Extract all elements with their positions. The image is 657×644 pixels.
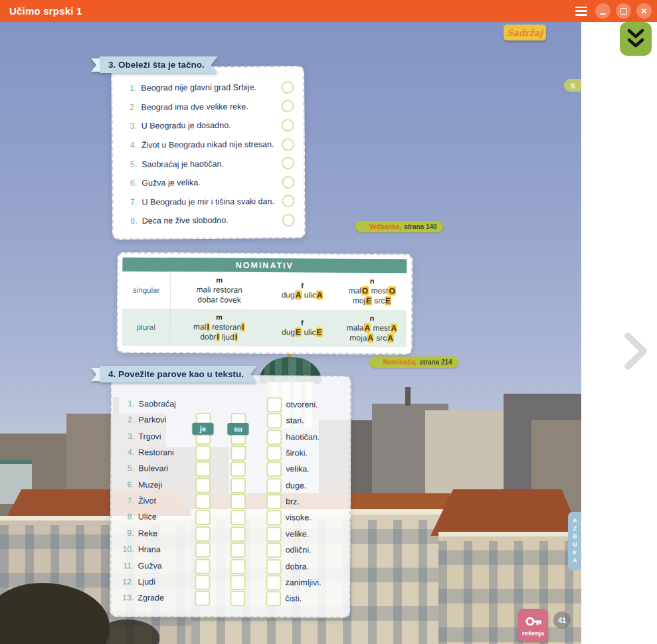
highlighted-ending: E [365, 296, 372, 305]
table-cell-text: mojaA srcA [349, 333, 394, 343]
radio-button[interactable] [281, 100, 294, 112]
noun-text: Ljudi [138, 577, 155, 586]
adjective-checkbox[interactable] [266, 575, 281, 590]
highlighted-ending: O [361, 286, 369, 295]
adjective-checkbox[interactable] [266, 559, 281, 574]
adjective-checkbox[interactable] [266, 511, 282, 526]
item-number: 3. [117, 432, 134, 441]
close-button[interactable]: ✕ [636, 3, 652, 19]
highlighted-ending: E [316, 328, 322, 337]
adjective-checkbox[interactable] [266, 478, 282, 493]
exercise4-row: 10.Hranaodlični. [112, 541, 349, 558]
table-cell-text: mojE srcE [353, 296, 392, 306]
window-controls: ✕ [575, 0, 652, 22]
chevron-right-icon [621, 331, 652, 372]
exercise3-item: 2.Beograd ima dve velike reke. [124, 97, 294, 117]
su-button[interactable]: su [227, 423, 248, 435]
item-number: 4. [125, 141, 137, 150]
su-checkbox[interactable] [230, 575, 245, 590]
su-checkbox[interactable] [230, 558, 245, 574]
adjective-checkbox[interactable] [266, 526, 282, 542]
highlighted-ending: I [216, 332, 219, 341]
item-number: 2. [124, 103, 136, 112]
scroll-down-button[interactable] [620, 22, 652, 56]
adjective-checkbox[interactable] [266, 414, 282, 429]
exercise4-banner: 4. Povežite parove kao u tekstu. [100, 366, 257, 382]
noun-text: Parkovi [138, 416, 166, 425]
highlighted-ending: O [388, 286, 395, 295]
je-checkbox[interactable] [195, 510, 211, 525]
exercise3-item: 8.Deca ne žive slobodno. [126, 210, 295, 230]
je-checkbox[interactable] [195, 591, 210, 606]
noun-text: Muzeji [138, 480, 162, 489]
exercise3-item: 7.U Beogradu je mir i tišina svaki dan. [125, 192, 294, 212]
radio-button[interactable] [282, 138, 294, 151]
azbuka-tab[interactable]: AZBUKA [568, 512, 581, 570]
radio-button[interactable] [282, 119, 294, 131]
adjective-checkbox[interactable] [266, 430, 282, 445]
nominativ-link-page: strana 214 [419, 359, 452, 366]
minimize-button[interactable] [595, 3, 610, 19]
je-checkbox[interactable] [195, 558, 210, 574]
je-label: je [200, 425, 206, 433]
adjective-checkbox[interactable] [266, 462, 282, 477]
nominativ-table: NOMINATIV singularmmali restorandobar čo… [122, 258, 407, 348]
menu-icon[interactable] [575, 7, 587, 16]
exercise3-item: 1.Beograd nije glavni grad Srbije. [124, 78, 294, 98]
item-number: 7. [125, 198, 137, 207]
table-cell-text: mali restoran [196, 285, 242, 295]
adjective-checkbox[interactable] [266, 445, 282, 461]
radio-button[interactable] [282, 214, 295, 226]
next-page-button[interactable] [621, 331, 652, 372]
vezbanka-link[interactable]: ☞ Vežbanka, strana 140 [355, 221, 443, 232]
audio-edge-tab[interactable]: ≤ [564, 79, 581, 92]
exercise3-banner: 3. Obeleži šta je tačno. [100, 56, 218, 73]
exercise4-row: 13.Zgradečisti. [111, 590, 349, 607]
nominativ-link[interactable]: ☞ Nominativ, strana 214 [369, 357, 458, 368]
je-checkbox[interactable] [195, 526, 211, 542]
adjective-checkbox[interactable] [267, 397, 282, 412]
book-page: Sadržaj ≤ 3. Obeleži šta je tačno. 1.Beo… [0, 22, 581, 644]
su-checkbox[interactable] [231, 542, 246, 558]
adjective-text: zanimljivi. [285, 578, 321, 587]
sadrzaj-button[interactable]: Sadržaj [504, 25, 546, 40]
je-checkbox[interactable] [195, 478, 211, 493]
je-button[interactable]: je [192, 423, 213, 435]
item-number: 13. [116, 593, 134, 602]
adjective-text: velika. [286, 465, 309, 474]
item-text: Beograd ima dve velike reke. [141, 102, 248, 112]
adjective-checkbox[interactable] [266, 591, 281, 606]
adjective-checkbox[interactable] [266, 542, 282, 558]
highlighted-ending: I [206, 322, 209, 331]
je-checkbox[interactable] [195, 575, 210, 590]
je-checkbox[interactable] [195, 494, 211, 509]
exercise4-row: 6.Muzejiduge. [112, 477, 349, 494]
highlighted-ending: E [385, 296, 391, 305]
su-checkbox[interactable] [231, 510, 246, 525]
je-checkbox[interactable] [195, 461, 211, 477]
su-checkbox[interactable] [231, 494, 246, 509]
radio-button[interactable] [282, 157, 294, 169]
su-checkbox[interactable] [231, 461, 246, 477]
resenja-button[interactable]: rešenja [518, 609, 548, 642]
item-number: 2. [117, 416, 134, 425]
exercise3-items: 1.Beograd nije glavni grad Srbije.2.Beog… [124, 78, 295, 231]
su-checkbox[interactable] [231, 445, 246, 461]
noun-text: Saobraćaj [139, 399, 176, 408]
radio-button[interactable] [282, 176, 294, 189]
item-number: 9. [117, 528, 134, 538]
su-checkbox[interactable] [231, 526, 246, 542]
su-checkbox[interactable] [231, 478, 246, 493]
je-checkbox[interactable] [195, 542, 211, 558]
radio-button[interactable] [282, 195, 294, 207]
radio-button[interactable] [281, 81, 294, 94]
noun-text: Restorani [138, 447, 174, 457]
row-label: plural [122, 309, 171, 346]
adjective-checkbox[interactable] [266, 494, 282, 509]
exercise4-row: 4.Restoraniširoki. [112, 444, 349, 461]
su-checkbox[interactable] [230, 591, 245, 606]
maximize-button[interactable] [616, 3, 631, 19]
exercise3-panel: 1.Beograd nije glavni grad Srbije.2.Beog… [111, 66, 306, 240]
item-number: 4. [117, 447, 134, 457]
je-checkbox[interactable] [195, 445, 211, 461]
